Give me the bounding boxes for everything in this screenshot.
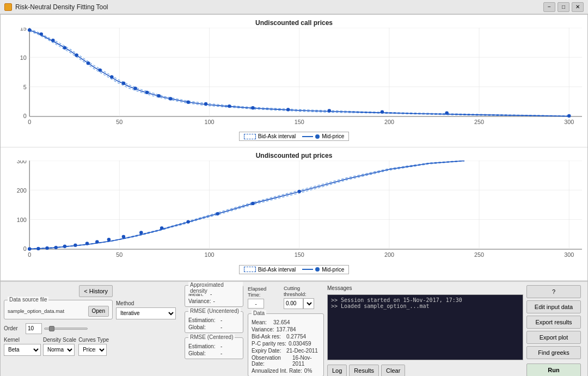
bid-ask-legend-label-2: Bid-Ask interval	[258, 267, 296, 273]
svg-point-72	[74, 244, 77, 247]
history-button[interactable]: < History	[79, 285, 113, 297]
cutting-threshold-input[interactable]	[284, 298, 303, 309]
method-label: Method	[116, 300, 181, 306]
rmse-c-estimation-label: Estimation:	[188, 343, 218, 349]
svg-point-75	[107, 238, 111, 241]
svg-point-43	[445, 112, 448, 115]
messages-box: >> Session started on 15-Nov-2017, 17:30…	[328, 295, 523, 360]
svg-text:300: 300	[17, 161, 27, 164]
bid-ask-value: 0.27754	[286, 334, 306, 340]
method-select[interactable]: Iterative	[116, 307, 176, 319]
call-chart-title: Undiscounted call prices	[6, 19, 582, 27]
svg-text:50: 50	[116, 119, 122, 125]
mid-price-legend-label-1: Mid-price	[322, 133, 344, 139]
kernel-select[interactable]: Beta	[4, 344, 41, 356]
svg-point-30	[110, 75, 113, 78]
kernel-label: Kernel	[4, 337, 41, 343]
main-window: Undiscounted call prices	[0, 14, 588, 376]
mean-data-value: 32.654	[273, 319, 290, 325]
variance-approx-label: Variance:	[188, 298, 211, 304]
put-chart-svg: 300 200 100 0 0 50 100 150 200 250 300	[6, 161, 582, 263]
data-source-label: Data source file	[8, 297, 48, 303]
curves-type-select[interactable]: Prices	[78, 344, 107, 356]
svg-point-67	[28, 248, 31, 251]
svg-text:200: 200	[384, 251, 394, 258]
approx-density-label: Approximated density	[188, 282, 243, 294]
data-source-group: Data source file sample_option_data.mat …	[4, 300, 113, 319]
cutting-threshold-select[interactable]: ▼	[303, 298, 314, 309]
clear-button[interactable]: Clear	[381, 365, 405, 376]
rmse-unc-global-value: -	[220, 324, 222, 330]
svg-point-42	[381, 110, 384, 113]
expiry-value: 21-Dec-2011	[286, 348, 318, 354]
maximize-button[interactable]: □	[558, 2, 569, 12]
svg-point-39	[251, 106, 254, 109]
variance-approx-value: -	[213, 298, 215, 304]
svg-point-24	[40, 32, 43, 35]
svg-point-44	[567, 114, 571, 118]
elapsed-data-section: Elapsed Time: - Cutting threshold: ▼ Dat…	[248, 285, 324, 376]
mid-price-legend-label-2: Mid-price	[322, 267, 344, 273]
rmse-unc-label: RMSE (Uncentered)	[188, 308, 241, 314]
rmse-unc-global-label: Global:	[188, 324, 218, 330]
annualized-value: 0%	[304, 368, 312, 374]
rmse-unc-estimation-label: Estimation:	[188, 317, 218, 323]
call-prices-chart: Undiscounted call prices	[1, 15, 587, 147]
svg-text:300: 300	[564, 251, 574, 258]
density-scale-select[interactable]: Normal	[43, 344, 75, 356]
svg-point-37	[204, 102, 207, 106]
log-button[interactable]: Log	[327, 365, 347, 376]
svg-point-74	[95, 241, 99, 244]
messages-label: Messages	[327, 285, 523, 291]
order-input[interactable]	[26, 323, 42, 334]
message-line-2: >> Loaded sample_option_...mat	[331, 303, 519, 309]
svg-text:250: 250	[474, 251, 484, 258]
svg-text:50: 50	[116, 251, 122, 258]
rmse-c-global-label: Global:	[188, 350, 218, 356]
svg-point-28	[87, 61, 90, 65]
order-label: Order	[4, 325, 23, 331]
svg-text:250: 250	[474, 119, 484, 125]
svg-point-68	[36, 247, 40, 250]
svg-text:0: 0	[28, 119, 31, 125]
results-button[interactable]: Results	[349, 365, 379, 376]
rmse-c-group: RMSE (Centered) Estimation: - Global: -	[185, 337, 243, 359]
svg-point-77	[139, 231, 143, 235]
call-chart-legend: Bid-Ask interval Mid-price	[239, 132, 350, 141]
svg-point-80	[216, 212, 219, 215]
export-results-button[interactable]: Export results	[526, 316, 581, 329]
svg-text:200: 200	[384, 119, 394, 125]
run-button[interactable]: Run	[526, 363, 581, 376]
annualized-label: Annualized Int. Rate:	[252, 368, 302, 374]
rmse-c-label: RMSE (Centered)	[188, 334, 235, 340]
close-button[interactable]: ✕	[572, 2, 584, 12]
rmse-c-global-value: -	[220, 350, 222, 356]
minimize-button[interactable]: −	[543, 2, 555, 12]
svg-text:0: 0	[23, 246, 27, 252]
edit-input-button[interactable]: Edit input data	[526, 300, 581, 313]
svg-point-36	[186, 101, 189, 104]
find-greeks-button[interactable]: Find greeks	[526, 346, 581, 359]
observation-value: 16-Nov-2011	[292, 355, 320, 367]
svg-point-25	[51, 39, 54, 42]
svg-point-33	[145, 91, 149, 94]
export-plot-button[interactable]: Export plot	[526, 331, 581, 344]
elapsed-time-label: Elapsed Time:	[248, 286, 280, 298]
svg-point-38	[228, 104, 231, 108]
window-title: Risk-Neutral Density Fitting Tool	[15, 3, 108, 11]
put-prices-chart: Undiscounted put prices 300	[1, 147, 587, 280]
svg-point-29	[98, 69, 101, 72]
order-slider[interactable]	[44, 328, 88, 330]
rmse-unc-estimation-value: -	[220, 317, 222, 323]
svg-text:100: 100	[205, 119, 215, 125]
open-button[interactable]: Open	[88, 306, 109, 317]
bid-ask-legend-label-1: Bid-Ask interval	[258, 133, 296, 139]
svg-point-79	[186, 220, 189, 224]
messages-buttons: Log Results Clear	[327, 365, 523, 376]
data-file-path: sample_option_data.mat	[8, 308, 86, 314]
kernel-row: Kernel Beta Density Scale Normal Curves …	[4, 337, 113, 356]
question-button[interactable]: ?	[526, 285, 581, 298]
pc-parity-label: P-C parity res:	[252, 341, 286, 347]
svg-text:10: 10	[20, 54, 27, 61]
svg-text:15: 15	[20, 28, 27, 32]
